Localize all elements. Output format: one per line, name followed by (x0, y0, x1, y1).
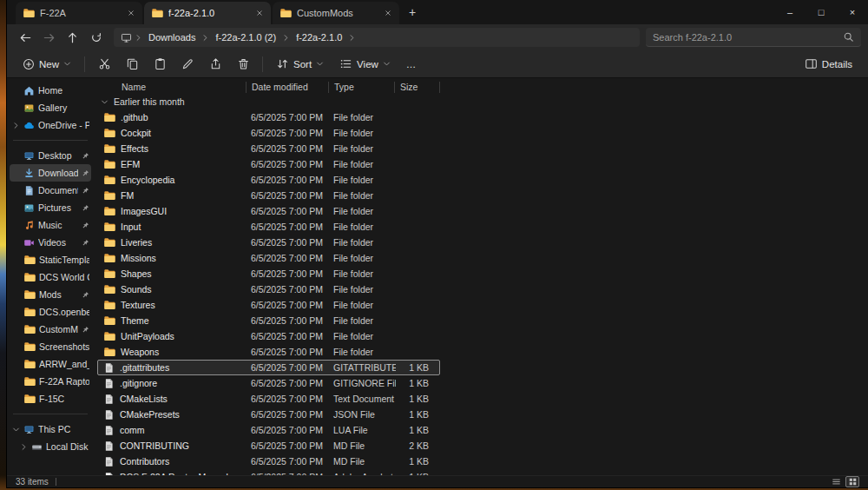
breadcrumb-f-22a-2-1-0-2[interactable]: f-22a-2.1.0 (2) (212, 30, 279, 44)
folder-icon (103, 330, 115, 342)
file-row-input[interactable]: Input6/5/2025 7:00 PMFile folder (97, 219, 440, 235)
sidebar-item-videos[interactable]: Videos (10, 234, 91, 251)
sidebar-item-onedrive-pers[interactable]: OneDrive - Pers (10, 116, 91, 134)
cut-button[interactable] (91, 53, 117, 76)
sidebar-item-f-15c[interactable]: F-15C (10, 390, 91, 407)
tab-f-22a-2-1-0[interactable]: f-22a-2.1.0 (144, 2, 271, 24)
file-type: Text Document (330, 394, 396, 404)
file-row-shapes[interactable]: Shapes6/5/2025 7:00 PMFile folder (97, 266, 440, 281)
sidebar-item-gallery[interactable]: Gallery (10, 99, 91, 116)
sidebar-item-mods[interactable]: Mods (10, 286, 91, 303)
forward-button[interactable] (37, 27, 61, 48)
folder-icon (103, 174, 115, 186)
tab-custommods[interactable]: CustomMods (273, 2, 399, 24)
file-date-modified: 6/5/2025 7:00 PM (247, 222, 330, 232)
maximize-button[interactable]: □ (806, 0, 837, 24)
copy-button[interactable] (119, 53, 145, 76)
plus-icon (23, 58, 35, 70)
file-type: JSON File (330, 409, 396, 420)
file-row-effects[interactable]: Effects6/5/2025 7:00 PMFile folder (97, 141, 440, 156)
file-row-unitpayloads[interactable]: UnitPayloads6/5/2025 7:00 PMFile folder (97, 328, 440, 344)
view-button[interactable]: View (332, 53, 398, 76)
tab-close-icon[interactable] (384, 9, 392, 17)
file-row-contributors[interactable]: Contributors6/5/2025 7:00 PMMD File1 KB (97, 454, 440, 469)
file-row-efm[interactable]: EFM6/5/2025 7:00 PMFile folder (97, 156, 440, 172)
new-tab-button[interactable]: + (401, 2, 424, 23)
file-date-modified: 6/5/2025 7:00 PM (247, 268, 330, 279)
file-row-imagesgui[interactable]: ImagesGUI6/5/2025 7:00 PMFile folder (97, 203, 440, 219)
new-button[interactable]: New (16, 53, 78, 76)
sidebar-item-statictempla[interactable]: StaticTempla (10, 251, 91, 268)
sidebar-item-downloads[interactable]: Downloads (10, 164, 91, 182)
more-options-button[interactable]: … (399, 53, 424, 76)
file-row-liveries[interactable]: Liveries6/5/2025 7:00 PMFile folder (97, 235, 440, 250)
group-header[interactable]: Earlier this month (97, 94, 868, 109)
folder-icon (103, 142, 115, 155)
breadcrumb-downloads[interactable]: Downloads (145, 30, 199, 44)
column-header-size[interactable]: Size (395, 82, 440, 93)
thumbnail-view-icon (848, 477, 858, 487)
refresh-button[interactable] (84, 27, 108, 48)
file-row-textures[interactable]: Textures6/5/2025 7:00 PMFile folder (97, 297, 440, 313)
file-row-cockpit[interactable]: Cockpit6/5/2025 7:00 PMFile folder (97, 125, 440, 141)
file-row-comm[interactable]: comm6/5/2025 7:00 PMLUA File1 KB (97, 422, 440, 438)
sidebar-item-pictures[interactable]: Pictures (10, 199, 91, 216)
tab-close-icon[interactable] (255, 9, 264, 17)
file-row-cmakelists[interactable]: CMakeLists6/5/2025 7:00 PMText Document1… (97, 391, 440, 407)
sidebar-item-dcs-openbe[interactable]: DCS.openbe (10, 303, 91, 321)
file-row-contributing[interactable]: CONTRIBUTING6/5/2025 7:00 PMMD File2 KB (97, 438, 440, 454)
details-view-button[interactable] (829, 476, 843, 487)
sidebar-item-music[interactable]: Music (10, 216, 91, 234)
file-row-theme[interactable]: Theme6/5/2025 7:00 PMFile folder (97, 313, 440, 328)
up-button[interactable] (61, 27, 84, 48)
folder-icon (103, 221, 115, 233)
file-row-gitignore[interactable]: .gitignore6/5/2025 7:00 PMGITIGNORE File… (97, 375, 440, 391)
column-header-name[interactable]: Name (97, 82, 247, 93)
sidebar-item-arrw-and-ha[interactable]: ARRW_and_HA (10, 355, 91, 373)
sidebar-item-f-22a-raptor-er[interactable]: F-22A Raptor Er (10, 373, 91, 390)
tab-close-icon[interactable] (127, 9, 135, 17)
sidebar-item-screenshots[interactable]: Screenshots (10, 338, 91, 355)
rename-button[interactable] (174, 53, 201, 76)
column-header-date-modified[interactable]: Date modified (247, 82, 329, 93)
chevron-right-icon[interactable] (20, 443, 28, 451)
sidebar-item-dcs-world-c[interactable]: DCS World C (10, 268, 91, 286)
close-button[interactable]: × (837, 0, 868, 24)
file-type: LUA File (330, 425, 396, 435)
file-row-sounds[interactable]: Sounds6/5/2025 7:00 PMFile folder (97, 281, 440, 297)
forward-icon (43, 31, 56, 44)
tab-label: CustomMods (297, 8, 378, 18)
file-date-modified: 6/5/2025 7:00 PM (247, 128, 330, 138)
sidebar-item-label: Local Disk (C:) (46, 441, 89, 452)
sidebar-item-documents[interactable]: Documents (10, 182, 91, 199)
back-button[interactable] (14, 27, 37, 48)
thumbnail-view-button[interactable] (845, 476, 859, 487)
delete-button[interactable] (230, 53, 256, 76)
file-row-gitattributes[interactable]: .gitattributes6/5/2025 7:00 PMGITATTRIBU… (97, 360, 440, 375)
tab-f-22a[interactable]: F-22A (16, 2, 142, 24)
search-input[interactable] (653, 32, 843, 43)
file-row-fm[interactable]: FM6/5/2025 7:00 PMFile folder (97, 188, 440, 203)
chevron-right-icon[interactable] (12, 122, 20, 129)
sidebar-item-desktop[interactable]: Desktop (10, 147, 91, 164)
details-pane-button[interactable]: Details (798, 53, 859, 76)
paste-button[interactable] (147, 53, 173, 76)
file-row-github[interactable]: .github6/5/2025 7:00 PMFile folder (97, 109, 440, 125)
file-row-missions[interactable]: Missions6/5/2025 7:00 PMFile folder (97, 250, 440, 266)
sidebar-item-local-disk-c[interactable]: Local Disk (C:) (10, 438, 91, 455)
sidebar-item-home[interactable]: Home (10, 82, 91, 99)
chevron-down-icon[interactable] (12, 426, 20, 434)
sort-button[interactable]: Sort (269, 53, 331, 76)
file-row-weapons[interactable]: Weapons6/5/2025 7:00 PMFile folder (97, 344, 440, 360)
sidebar-item-custommod[interactable]: CustomMod (10, 321, 91, 338)
cut-icon (98, 57, 111, 70)
share-button[interactable] (202, 53, 228, 76)
minimize-button[interactable]: – (774, 0, 806, 24)
file-row-encyclopedia[interactable]: Encyclopedia6/5/2025 7:00 PMFile folder (97, 172, 440, 188)
column-header-type[interactable]: Type (329, 82, 395, 93)
folder-icon (103, 111, 115, 123)
sidebar-item-this-pc[interactable]: This PC (10, 420, 91, 438)
file-row-cmakepresets[interactable]: CMakePresets6/5/2025 7:00 PMJSON File1 K… (97, 407, 440, 422)
breadcrumb-f-22a-2-1-0[interactable]: f-22a-2.1.0 (293, 30, 345, 44)
file-row-dcs-f-22a-raptor-manual[interactable]: ADCS F-22A Raptor Manual6/5/2025 7:00 PM… (97, 469, 440, 475)
